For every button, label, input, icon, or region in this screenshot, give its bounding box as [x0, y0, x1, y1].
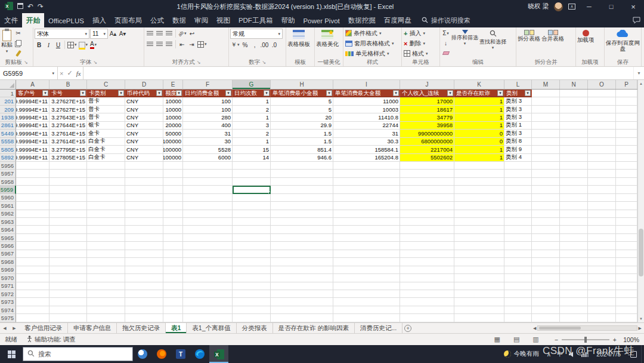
cell[interactable]: [504, 234, 532, 242]
cell[interactable]: [504, 202, 532, 210]
cell[interactable]: [400, 210, 454, 218]
select-all-corner[interactable]: [0, 80, 16, 89]
cell[interactable]: [49, 282, 87, 290]
scroll-right-icon[interactable]: ▶: [639, 326, 642, 331]
shrink-font-icon[interactable]: A▾: [118, 29, 127, 39]
accounting-format-icon[interactable]: ￥▾: [230, 40, 240, 50]
column-header-k[interactable]: K: [454, 80, 504, 89]
cell[interactable]: [616, 154, 637, 162]
find-select-button[interactable]: 查找和选择 ▾: [479, 29, 506, 58]
cell[interactable]: [125, 194, 163, 202]
cell[interactable]: 白金卡: [87, 146, 125, 153]
cell[interactable]: [560, 210, 588, 218]
cell[interactable]: [233, 242, 271, 250]
cell[interactable]: 31: [183, 130, 233, 137]
excel-taskbar-icon[interactable]: X: [209, 345, 228, 363]
cell[interactable]: CNY: [125, 106, 163, 113]
cell[interactable]: [271, 202, 333, 210]
cell[interactable]: [616, 146, 637, 153]
row-header-5974[interactable]: 5974: [0, 306, 16, 314]
sheet-nav-right-icon[interactable]: ▶: [10, 323, 19, 333]
cell[interactable]: [163, 314, 183, 322]
cell[interactable]: [532, 258, 560, 266]
t-app-icon[interactable]: T: [171, 345, 190, 363]
cell[interactable]: [163, 250, 183, 258]
cell[interactable]: [125, 290, 163, 298]
cell[interactable]: 1: [454, 106, 504, 113]
cell[interactable]: [454, 258, 504, 266]
cell[interactable]: [87, 178, 125, 186]
maximize-button[interactable]: □: [603, 3, 620, 10]
cell[interactable]: 0: [454, 138, 504, 146]
cell[interactable]: [16, 162, 49, 170]
show-desktop-strip[interactable]: [641, 345, 644, 363]
cell[interactable]: [560, 138, 588, 146]
row-header-5963[interactable]: 5963: [0, 218, 16, 226]
cell[interactable]: [125, 178, 163, 186]
cell[interactable]: [125, 210, 163, 218]
row-header-5961[interactable]: 5961: [0, 202, 16, 210]
font-size-select[interactable]: 11▾: [90, 29, 108, 39]
cell[interactable]: [504, 250, 532, 258]
cell[interactable]: CNY: [125, 122, 163, 130]
cell[interactable]: [163, 218, 183, 226]
cell[interactable]: 100: [183, 97, 233, 105]
cell[interactable]: 1: [233, 97, 271, 105]
cell[interactable]: [400, 162, 454, 170]
cell[interactable]: [125, 202, 163, 210]
cell[interactable]: [233, 290, 271, 298]
cell[interactable]: 6800000000: [400, 138, 454, 146]
filter-button[interactable]: ▾: [393, 90, 399, 96]
cell[interactable]: [271, 186, 333, 193]
cell[interactable]: CNY: [125, 154, 163, 162]
row-header-5975[interactable]: 5975: [0, 314, 16, 322]
align-left-icon[interactable]: [145, 39, 154, 49]
cell[interactable]: [454, 290, 504, 298]
user-name[interactable]: 晓权 梁: [528, 2, 549, 11]
cell[interactable]: [16, 282, 49, 290]
cell[interactable]: 1: [454, 146, 504, 153]
cell[interactable]: [163, 170, 183, 177]
cell[interactable]: [532, 113, 560, 121]
cell[interactable]: [532, 314, 560, 322]
ribbon-tab-7[interactable]: 审阅: [190, 13, 212, 27]
cell[interactable]: 17000: [400, 97, 454, 105]
filter-button[interactable]: ▾: [225, 90, 231, 96]
cell[interactable]: [271, 314, 333, 322]
name-box-dropdown-icon[interactable]: ▾: [52, 71, 54, 76]
cell[interactable]: [588, 154, 616, 162]
cell[interactable]: 3.27644E+15: [49, 122, 87, 130]
cell[interactable]: [87, 282, 125, 290]
cell[interactable]: [233, 226, 271, 233]
percent-format-icon[interactable]: %: [241, 40, 250, 50]
cell[interactable]: [588, 282, 616, 290]
cell[interactable]: [163, 274, 183, 282]
cell[interactable]: [588, 106, 616, 113]
cell[interactable]: [125, 314, 163, 322]
row-header-5805[interactable]: 5805: [0, 146, 16, 153]
row-header-5957[interactable]: 5957: [0, 170, 16, 177]
cell[interactable]: [532, 242, 560, 250]
cell[interactable]: [49, 274, 87, 282]
cell[interactable]: 9.99994E+11: [16, 113, 49, 121]
cell[interactable]: [125, 162, 163, 170]
cell[interactable]: [454, 210, 504, 218]
cell[interactable]: [49, 306, 87, 314]
column-header-g[interactable]: G: [233, 80, 271, 89]
ribbon-display-options-icon[interactable]: ∧: [568, 4, 575, 10]
cell[interactable]: [49, 202, 87, 210]
ribbon-tab-4[interactable]: 页面布局: [110, 13, 146, 27]
cell[interactable]: [183, 242, 233, 250]
clear-icon[interactable]: [441, 48, 450, 58]
cell[interactable]: 3.27643E+15: [49, 113, 87, 121]
cell[interactable]: [333, 210, 400, 218]
cell[interactable]: [87, 274, 125, 282]
cell[interactable]: 银卡: [87, 122, 125, 130]
cell[interactable]: [560, 266, 588, 274]
weather-widget[interactable]: 今晚有雨: [499, 350, 544, 358]
cell[interactable]: 10000: [163, 113, 183, 121]
cell[interactable]: 100000: [163, 154, 183, 162]
ribbon-tab-12[interactable]: 数据挖掘: [344, 13, 380, 27]
cell[interactable]: [532, 194, 560, 202]
cell[interactable]: 0: [454, 130, 504, 137]
